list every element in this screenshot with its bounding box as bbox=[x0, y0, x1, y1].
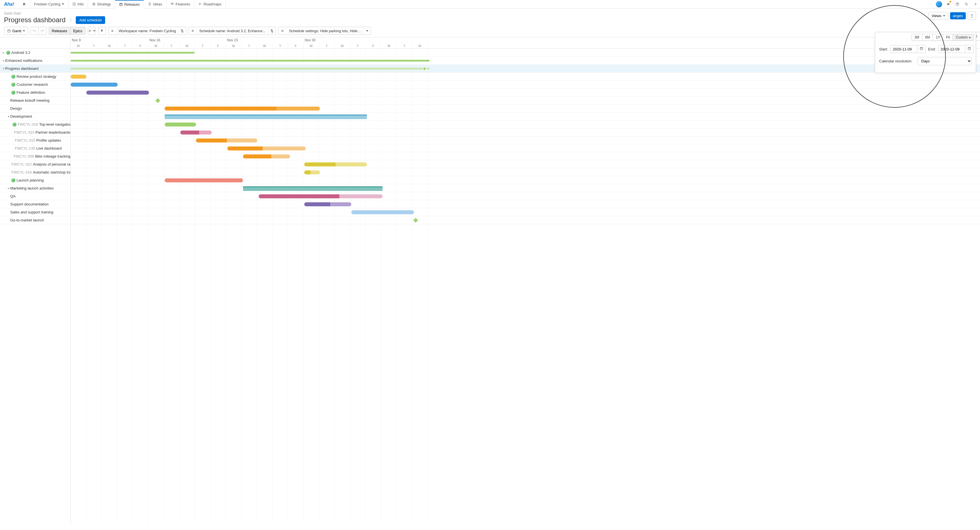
task-row[interactable]: FWCYL-323Partner leaderboards bbox=[0, 129, 70, 137]
brand-logo[interactable]: Aha! bbox=[0, 2, 18, 7]
gantt-row[interactable] bbox=[71, 97, 980, 105]
close-icon[interactable]: ✕ bbox=[278, 27, 286, 35]
close-icon[interactable]: ✕ bbox=[189, 27, 197, 35]
gantt-row[interactable] bbox=[71, 81, 980, 89]
share-button[interactable] bbox=[967, 11, 976, 20]
filter-schedule-settings[interactable]: ✕Schedule settings: Hide parking lots, H… bbox=[278, 27, 371, 35]
nav-releases[interactable]: Releases bbox=[115, 0, 144, 8]
chip-epics[interactable]: Epics bbox=[70, 27, 86, 35]
task-row[interactable]: FWCYL-316Automatic start/stop tracking bbox=[0, 169, 70, 177]
task-row[interactable]: FWCYL-318Top-level navigation redesi... bbox=[0, 121, 70, 129]
task-row[interactable]: FWCYL-315Profile updates bbox=[0, 137, 70, 145]
zoom-3m[interactable]: 3M bbox=[912, 34, 923, 41]
gantt-row[interactable] bbox=[71, 200, 980, 208]
nav-features[interactable]: Features bbox=[166, 0, 194, 8]
task-row[interactable]: Review product strategy bbox=[0, 73, 70, 81]
gantt-row[interactable] bbox=[71, 137, 980, 145]
favorite-star-icon[interactable]: ☆ bbox=[68, 17, 73, 23]
help-button[interactable] bbox=[953, 0, 962, 8]
gantt-bar[interactable] bbox=[71, 68, 430, 70]
gantt-row[interactable] bbox=[71, 208, 980, 216]
gantt-row[interactable] bbox=[71, 113, 980, 121]
gantt-bar[interactable] bbox=[71, 52, 194, 54]
task-row[interactable]: ▸Android 3.2 bbox=[0, 49, 70, 57]
timeline[interactable]: Nov 9Nov 16Nov 23Nov 30 MTWTFMTWTFMTWTFM… bbox=[71, 37, 980, 524]
zoom-fit[interactable]: Fit bbox=[943, 34, 953, 41]
task-row[interactable]: ▸Marketing launch activities bbox=[0, 185, 70, 193]
gantt-row[interactable] bbox=[71, 65, 980, 73]
gantt-bar[interactable] bbox=[304, 202, 351, 206]
gantt-row[interactable] bbox=[71, 105, 980, 113]
avatar-button[interactable] bbox=[934, 0, 943, 8]
add-schedule-button[interactable]: Add schedule bbox=[76, 16, 105, 24]
gantt-row[interactable] bbox=[71, 57, 980, 65]
zoom-custom[interactable]: Custom bbox=[953, 34, 974, 41]
gantt-bar[interactable] bbox=[304, 162, 367, 166]
gantt-row[interactable] bbox=[71, 161, 980, 169]
gantt-row[interactable] bbox=[71, 121, 980, 129]
task-row[interactable]: Design bbox=[0, 105, 70, 113]
gantt-bar[interactable] bbox=[165, 123, 196, 127]
gantt-row[interactable] bbox=[71, 129, 980, 137]
gantt-bar[interactable] bbox=[165, 178, 243, 182]
start-date-input[interactable] bbox=[890, 45, 917, 53]
gantt-row[interactable] bbox=[71, 153, 980, 161]
search-button[interactable] bbox=[962, 0, 971, 8]
filter-schedule-name[interactable]: ✕Schedule name: Android 3.2, Enhance...⇅ bbox=[189, 27, 276, 35]
nav-info[interactable]: Info bbox=[68, 0, 88, 8]
gantt-bar[interactable] bbox=[243, 186, 383, 191]
gantt-row[interactable] bbox=[71, 216, 980, 224]
gantt-bar[interactable] bbox=[165, 115, 367, 119]
start-date-picker[interactable] bbox=[917, 45, 926, 53]
end-date-picker[interactable] bbox=[965, 45, 974, 53]
zoom-6m[interactable]: 6M bbox=[922, 34, 933, 41]
chip-releases[interactable]: Releases bbox=[49, 27, 70, 35]
settings-dropdown[interactable] bbox=[88, 27, 96, 35]
gantt-row[interactable] bbox=[71, 73, 980, 81]
gantt-bar[interactable] bbox=[196, 138, 257, 142]
gantt-bar[interactable] bbox=[243, 154, 290, 158]
task-row[interactable]: Feature definition bbox=[0, 89, 70, 97]
views-dropdown[interactable]: Views bbox=[928, 12, 948, 20]
gantt-bar[interactable] bbox=[259, 194, 383, 198]
gantt-row[interactable] bbox=[71, 177, 980, 185]
view-type-dropdown[interactable]: Gantt bbox=[4, 27, 28, 35]
nav-strategy[interactable]: Strategy bbox=[88, 0, 115, 8]
gantt-row[interactable] bbox=[71, 49, 980, 57]
redo-button[interactable] bbox=[38, 27, 46, 35]
task-row[interactable]: ▸Enhanced notifications bbox=[0, 57, 70, 65]
workspace-selector[interactable]: Fredwin Cycling bbox=[30, 0, 68, 8]
resolution-select[interactable]: Days bbox=[918, 57, 972, 65]
task-row[interactable]: Release kickoff meeting bbox=[0, 97, 70, 105]
home-nav[interactable] bbox=[18, 0, 30, 8]
task-row[interactable]: Support documentation bbox=[0, 200, 70, 208]
gantt-bar[interactable] bbox=[86, 91, 149, 95]
filter-button[interactable] bbox=[98, 27, 106, 35]
task-row[interactable]: Go-to-market launch bbox=[0, 216, 70, 224]
gantt-bar[interactable] bbox=[165, 107, 320, 111]
task-row[interactable]: Customer research bbox=[0, 81, 70, 89]
gantt-bar[interactable] bbox=[180, 131, 212, 134]
task-row[interactable]: FWCYL-358Bike mileage tracking bbox=[0, 153, 70, 161]
gantt-bar[interactable] bbox=[304, 170, 320, 174]
gantt-row[interactable] bbox=[71, 89, 980, 97]
gantt-row[interactable] bbox=[71, 193, 980, 200]
milestone-marker[interactable] bbox=[156, 98, 161, 103]
task-row[interactable]: ▾Progress dashboard bbox=[0, 65, 70, 73]
settings-button[interactable] bbox=[943, 0, 953, 8]
gantt-bar[interactable] bbox=[351, 210, 414, 214]
task-row[interactable]: QA bbox=[0, 193, 70, 200]
gantt-bar[interactable] bbox=[71, 60, 430, 62]
gantt-row[interactable] bbox=[71, 185, 980, 193]
close-icon[interactable]: ✕ bbox=[108, 27, 116, 35]
task-row[interactable]: FWCYL-135Live dashboard bbox=[0, 145, 70, 153]
task-row[interactable]: ▾Development bbox=[0, 113, 70, 121]
gantt-bar[interactable] bbox=[71, 83, 118, 87]
gantt-row[interactable] bbox=[71, 169, 980, 177]
end-date-input[interactable] bbox=[938, 45, 965, 53]
add-button[interactable] bbox=[971, 0, 980, 8]
gantt-bar[interactable] bbox=[228, 146, 306, 150]
task-row[interactable]: FWCYL-322Analysis of personal race goals bbox=[0, 161, 70, 169]
milestone-marker[interactable] bbox=[422, 66, 427, 71]
task-row[interactable]: Launch planning bbox=[0, 177, 70, 185]
